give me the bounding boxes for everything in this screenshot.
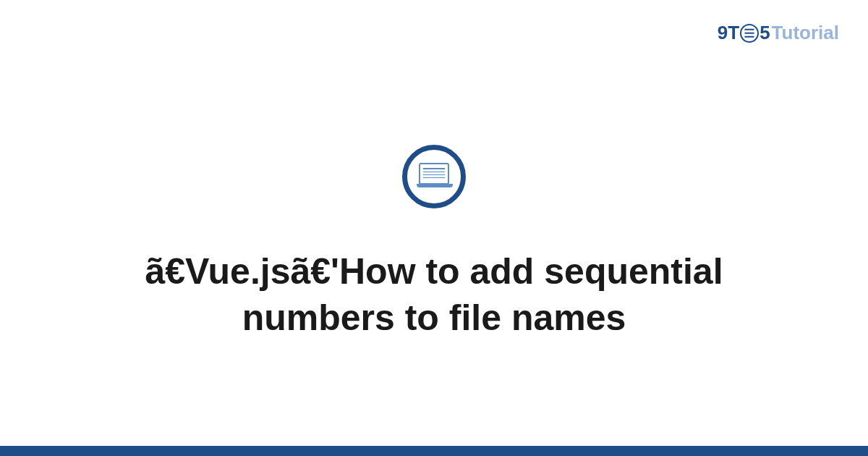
page-title: ã€Vue.jsã€'How to add sequential numbers… — [72, 248, 796, 341]
laptop-icon — [417, 163, 451, 190]
footer-accent-bar — [0, 446, 868, 456]
main-content: ã€Vue.jsã€'How to add sequential numbers… — [0, 0, 868, 456]
laptop-badge-icon — [402, 145, 466, 208]
